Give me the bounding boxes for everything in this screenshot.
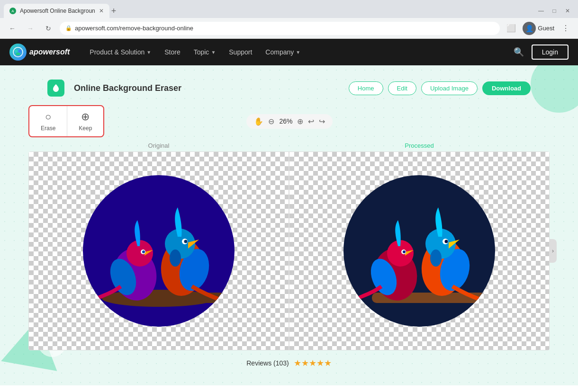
erase-icon: ○ — [45, 111, 51, 123]
home-button[interactable]: Home — [349, 81, 383, 95]
tab-title: Apowersoft Online Backgroun — [20, 8, 95, 14]
nav-item-topic[interactable]: Topic ▼ — [188, 45, 222, 59]
sidebar-expand-button[interactable]: › — [549, 239, 557, 263]
zoom-out-icon[interactable]: ⊖ — [268, 117, 274, 126]
keep-tool-button[interactable]: ⊕ Keep — [67, 106, 103, 136]
site-logo[interactable]: apowersoft — [9, 44, 70, 61]
download-button[interactable]: Download — [482, 81, 531, 95]
tool-bar: ○ Erase ⊕ Keep ✋ ⊖ 26% ⊕ ↩ ↪ — [28, 101, 550, 141]
browser-actions: ⬜ 👤 Guest ⋮ — [505, 22, 572, 35]
account-icon: 👤 — [523, 22, 536, 35]
nav-item-company[interactable]: Company ▼ — [260, 45, 306, 59]
star-rating: ★★★★★ — [294, 358, 332, 368]
menu-button[interactable]: ⋮ — [559, 22, 572, 35]
svg-point-25 — [403, 250, 406, 253]
edit-button[interactable]: Edit — [388, 81, 416, 95]
app-logo-icon — [47, 80, 64, 97]
logo-text: apowersoft — [29, 48, 70, 56]
nav-items: Product & Solution ▼ Store Topic ▼ Suppo… — [84, 45, 306, 59]
back-button[interactable]: ← — [6, 22, 19, 35]
processed-canvas-panel — [289, 152, 549, 350]
svg-point-1 — [15, 50, 18, 53]
nav-item-product[interactable]: Product & Solution ▼ — [84, 45, 157, 59]
address-bar: ← → ↻ 🔒 apowersoft.com/remove-background… — [0, 18, 578, 39]
erase-label: Erase — [41, 125, 55, 132]
lock-icon: 🔒 — [65, 25, 72, 31]
tab-favicon: A — [9, 8, 16, 14]
svg-point-31 — [445, 240, 448, 243]
processed-label: Processed — [405, 142, 434, 149]
topic-dropdown-arrow: ▼ — [211, 50, 216, 55]
guest-button[interactable]: 👤 Guest — [523, 22, 554, 35]
nav-item-support[interactable]: Support — [223, 45, 258, 59]
app-header: Online Background Eraser Home Edit Uploa… — [0, 75, 578, 101]
editor-area: ○ Erase ⊕ Keep ✋ ⊖ 26% ⊕ ↩ ↪ Original — [0, 101, 578, 376]
app-title: Online Background Eraser — [74, 83, 181, 93]
svg-point-17 — [184, 240, 188, 243]
erase-tool-button[interactable]: ○ Erase — [29, 106, 67, 136]
original-birds-svg — [83, 175, 235, 327]
erase-keep-tools: ○ Erase ⊕ Keep — [28, 105, 104, 137]
svg-point-2 — [18, 50, 21, 53]
redo-icon[interactable]: ↪ — [319, 117, 325, 126]
zoom-level: 26% — [279, 117, 292, 125]
browser-chrome: A Apowersoft Online Backgroun ✕ + — □ ✕ … — [0, 0, 578, 39]
original-bird-circle — [83, 175, 235, 327]
address-input[interactable]: 🔒 apowersoft.com/remove-background-onlin… — [60, 22, 500, 35]
company-dropdown-arrow: ▼ — [296, 50, 300, 55]
tab-bar: A Apowersoft Online Backgroun ✕ + — □ ✕ — [0, 0, 578, 18]
canvas-labels: Original Processed — [28, 141, 550, 150]
zoom-bar: ✋ ⊖ 26% ⊕ ↩ ↪ — [246, 114, 333, 129]
search-icon[interactable]: 🔍 — [514, 47, 524, 57]
svg-point-3 — [16, 53, 20, 55]
login-button[interactable]: Login — [532, 45, 569, 60]
extensions-button[interactable]: ⬜ — [505, 22, 518, 35]
nav-item-store[interactable]: Store — [159, 45, 186, 59]
svg-point-32 — [430, 249, 442, 267]
svg-point-18 — [170, 249, 181, 267]
zoom-in-icon[interactable]: ⊕ — [297, 117, 303, 126]
new-tab-button[interactable]: + — [111, 6, 117, 16]
keep-label: Keep — [79, 125, 92, 132]
app-nav-right: Home Edit Upload Image Download — [349, 81, 531, 95]
product-dropdown-arrow: ▼ — [146, 50, 151, 55]
svg-point-11 — [142, 250, 145, 253]
canvas-container: › — [28, 151, 550, 350]
close-button[interactable]: ✕ — [563, 6, 572, 16]
site-nav: apowersoft Product & Solution ▼ Store To… — [0, 39, 578, 65]
forward-button[interactable]: → — [24, 22, 37, 35]
url-text: apowersoft.com/remove-background-online — [75, 25, 193, 32]
processed-birds-svg — [343, 175, 495, 327]
page-background: Online Background Eraser Home Edit Uploa… — [0, 65, 578, 385]
tab-close-button[interactable]: ✕ — [99, 8, 104, 14]
processed-bird-circle — [343, 175, 495, 327]
minimize-button[interactable]: — — [536, 6, 546, 16]
maximize-button[interactable]: □ — [550, 6, 559, 16]
reviews-bar: Reviews (103) ★★★★★ — [28, 350, 550, 376]
original-canvas-panel — [29, 152, 289, 350]
keep-icon: ⊕ — [81, 111, 90, 123]
nav-right: 🔍 Login — [514, 45, 569, 60]
original-label: Original — [148, 142, 170, 149]
upload-image-button[interactable]: Upload Image — [421, 81, 478, 95]
window-controls: — □ ✕ — [533, 6, 578, 16]
undo-icon[interactable]: ↩ — [308, 117, 314, 126]
reload-button[interactable]: ↻ — [42, 22, 55, 35]
active-tab[interactable]: A Apowersoft Online Backgroun ✕ — [4, 4, 109, 18]
reviews-text: Reviews (103) — [246, 359, 289, 367]
logo-icon — [9, 44, 27, 61]
guest-label: Guest — [538, 25, 554, 32]
hand-tool-icon[interactable]: ✋ — [254, 117, 263, 126]
